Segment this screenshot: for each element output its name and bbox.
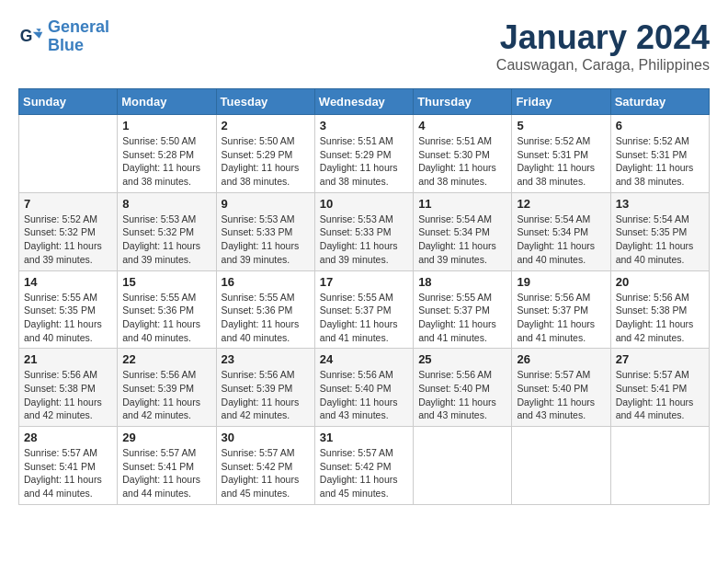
calendar-cell: 15Sunrise: 5:55 AM Sunset: 5:36 PM Dayli… <box>118 270 216 349</box>
day-info: Sunrise: 5:53 AM Sunset: 5:32 PM Dayligh… <box>122 213 210 267</box>
day-number: 26 <box>517 352 605 366</box>
day-info: Sunrise: 5:50 AM Sunset: 5:28 PM Dayligh… <box>122 134 210 189</box>
day-number: 28 <box>24 431 112 444</box>
day-number: 7 <box>24 197 112 211</box>
calendar-cell: 21Sunrise: 5:56 AM Sunset: 5:38 PM Dayli… <box>19 349 118 427</box>
day-number: 10 <box>320 197 408 211</box>
calendar-cell: 9Sunrise: 5:53 AM Sunset: 5:33 PM Daylig… <box>216 192 314 270</box>
day-info: Sunrise: 5:56 AM Sunset: 5:38 PM Dayligh… <box>24 368 112 422</box>
calendar-cell: 8Sunrise: 5:53 AM Sunset: 5:32 PM Daylig… <box>118 192 216 270</box>
day-info: Sunrise: 5:50 AM Sunset: 5:29 PM Dayligh… <box>222 134 310 189</box>
calendar-week-4: 21Sunrise: 5:56 AM Sunset: 5:38 PM Dayli… <box>19 349 710 427</box>
calendar-cell: 7Sunrise: 5:52 AM Sunset: 5:32 PM Daylig… <box>19 192 118 270</box>
calendar-cell: 3Sunrise: 5:51 AM Sunset: 5:29 PM Daylig… <box>314 115 413 193</box>
day-info: Sunrise: 5:55 AM Sunset: 5:36 PM Dayligh… <box>122 291 210 345</box>
day-number: 1 <box>122 119 210 132</box>
day-number: 4 <box>418 119 506 132</box>
calendar-table: SundayMondayTuesdayWednesdayThursdayFrid… <box>18 88 710 505</box>
day-header-thursday: Thursday <box>414 89 512 115</box>
day-info: Sunrise: 5:55 AM Sunset: 5:37 PM Dayligh… <box>418 291 506 345</box>
day-info: Sunrise: 5:55 AM Sunset: 5:35 PM Dayligh… <box>24 291 112 345</box>
calendar-cell: 4Sunrise: 5:51 AM Sunset: 5:30 PM Daylig… <box>414 115 512 193</box>
calendar-week-1: 1Sunrise: 5:50 AM Sunset: 5:28 PM Daylig… <box>19 115 710 193</box>
svg-marker-2 <box>33 32 43 39</box>
title-area: January 2024 Causwagan, Caraga, Philippi… <box>496 18 710 74</box>
calendar-cell: 6Sunrise: 5:52 AM Sunset: 5:31 PM Daylig… <box>610 115 709 193</box>
logo-line1: General <box>48 17 109 36</box>
calendar-cell <box>414 427 512 505</box>
day-info: Sunrise: 5:57 AM Sunset: 5:42 PM Dayligh… <box>222 446 310 500</box>
day-number: 12 <box>517 197 605 211</box>
calendar-cell <box>19 115 118 193</box>
day-number: 8 <box>122 197 210 211</box>
calendar-cell: 30Sunrise: 5:57 AM Sunset: 5:42 PM Dayli… <box>216 427 314 505</box>
day-header-sunday: Sunday <box>19 89 118 115</box>
day-number: 2 <box>222 119 310 132</box>
day-info: Sunrise: 5:56 AM Sunset: 5:40 PM Dayligh… <box>418 368 506 422</box>
day-info: Sunrise: 5:55 AM Sunset: 5:36 PM Dayligh… <box>222 291 310 345</box>
day-info: Sunrise: 5:56 AM Sunset: 5:39 PM Dayligh… <box>122 368 210 422</box>
day-number: 18 <box>418 275 506 289</box>
location-subtitle: Causwagan, Caraga, Philippines <box>496 57 710 74</box>
day-info: Sunrise: 5:54 AM Sunset: 5:34 PM Dayligh… <box>517 213 605 267</box>
day-number: 17 <box>320 275 408 289</box>
calendar-cell: 29Sunrise: 5:57 AM Sunset: 5:41 PM Dayli… <box>118 427 216 505</box>
calendar-header-row: SundayMondayTuesdayWednesdayThursdayFrid… <box>19 89 710 115</box>
day-number: 31 <box>320 431 408 444</box>
calendar-week-2: 7Sunrise: 5:52 AM Sunset: 5:32 PM Daylig… <box>19 192 710 270</box>
day-number: 29 <box>122 431 210 444</box>
day-number: 19 <box>517 275 605 289</box>
day-info: Sunrise: 5:57 AM Sunset: 5:41 PM Dayligh… <box>616 368 704 422</box>
calendar-cell: 18Sunrise: 5:55 AM Sunset: 5:37 PM Dayli… <box>414 270 512 349</box>
calendar-cell: 10Sunrise: 5:53 AM Sunset: 5:33 PM Dayli… <box>314 192 413 270</box>
calendar-cell: 19Sunrise: 5:56 AM Sunset: 5:37 PM Dayli… <box>512 270 610 349</box>
day-info: Sunrise: 5:57 AM Sunset: 5:40 PM Dayligh… <box>517 368 605 422</box>
day-number: 6 <box>616 119 704 132</box>
day-info: Sunrise: 5:56 AM Sunset: 5:37 PM Dayligh… <box>517 291 605 345</box>
calendar-cell: 14Sunrise: 5:55 AM Sunset: 5:35 PM Dayli… <box>19 270 118 349</box>
page-header: G General Blue January 2024 Causwagan, C… <box>18 18 710 74</box>
day-number: 13 <box>616 197 704 211</box>
day-number: 5 <box>517 119 605 132</box>
day-number: 25 <box>418 352 506 366</box>
day-number: 23 <box>222 352 310 366</box>
calendar-cell: 23Sunrise: 5:56 AM Sunset: 5:39 PM Dayli… <box>216 349 314 427</box>
day-info: Sunrise: 5:56 AM Sunset: 5:40 PM Dayligh… <box>320 368 408 422</box>
logo-text: General Blue <box>48 18 109 55</box>
calendar-cell: 22Sunrise: 5:56 AM Sunset: 5:39 PM Dayli… <box>118 349 216 427</box>
day-number: 16 <box>222 275 310 289</box>
day-info: Sunrise: 5:56 AM Sunset: 5:39 PM Dayligh… <box>222 368 310 422</box>
svg-text:G: G <box>20 27 33 45</box>
calendar-week-3: 14Sunrise: 5:55 AM Sunset: 5:35 PM Dayli… <box>19 270 710 349</box>
calendar-cell: 11Sunrise: 5:54 AM Sunset: 5:34 PM Dayli… <box>414 192 512 270</box>
day-number: 15 <box>122 275 210 289</box>
day-number: 24 <box>320 352 408 366</box>
calendar-week-5: 28Sunrise: 5:57 AM Sunset: 5:41 PM Dayli… <box>19 427 710 505</box>
logo-icon: G <box>18 24 44 50</box>
calendar-cell: 5Sunrise: 5:52 AM Sunset: 5:31 PM Daylig… <box>512 115 610 193</box>
calendar-cell: 13Sunrise: 5:54 AM Sunset: 5:35 PM Dayli… <box>610 192 709 270</box>
day-header-tuesday: Tuesday <box>216 89 314 115</box>
day-number: 30 <box>222 431 310 444</box>
day-number: 3 <box>320 119 408 132</box>
day-header-friday: Friday <box>512 89 610 115</box>
day-info: Sunrise: 5:53 AM Sunset: 5:33 PM Dayligh… <box>320 213 408 267</box>
calendar-cell: 2Sunrise: 5:50 AM Sunset: 5:29 PM Daylig… <box>216 115 314 193</box>
calendar-cell: 12Sunrise: 5:54 AM Sunset: 5:34 PM Dayli… <box>512 192 610 270</box>
logo: G General Blue <box>18 18 109 55</box>
calendar-cell: 16Sunrise: 5:55 AM Sunset: 5:36 PM Dayli… <box>216 270 314 349</box>
calendar-cell: 31Sunrise: 5:57 AM Sunset: 5:42 PM Dayli… <box>314 427 413 505</box>
day-info: Sunrise: 5:56 AM Sunset: 5:38 PM Dayligh… <box>616 291 704 345</box>
calendar-cell <box>610 427 709 505</box>
day-info: Sunrise: 5:53 AM Sunset: 5:33 PM Dayligh… <box>222 213 310 267</box>
day-info: Sunrise: 5:57 AM Sunset: 5:42 PM Dayligh… <box>320 446 408 500</box>
calendar-cell: 27Sunrise: 5:57 AM Sunset: 5:41 PM Dayli… <box>610 349 709 427</box>
calendar-cell: 26Sunrise: 5:57 AM Sunset: 5:40 PM Dayli… <box>512 349 610 427</box>
day-info: Sunrise: 5:55 AM Sunset: 5:37 PM Dayligh… <box>320 291 408 345</box>
day-number: 11 <box>418 197 506 211</box>
day-info: Sunrise: 5:51 AM Sunset: 5:29 PM Dayligh… <box>320 134 408 189</box>
calendar-cell: 24Sunrise: 5:56 AM Sunset: 5:40 PM Dayli… <box>314 349 413 427</box>
calendar-cell: 28Sunrise: 5:57 AM Sunset: 5:41 PM Dayli… <box>19 427 118 505</box>
day-number: 14 <box>24 275 112 289</box>
day-number: 9 <box>222 197 310 211</box>
